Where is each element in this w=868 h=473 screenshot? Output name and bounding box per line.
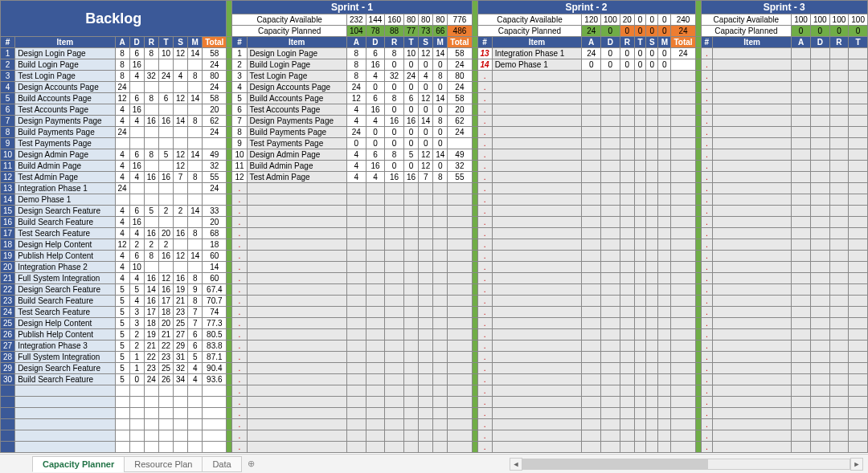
empty-dot[interactable]: . — [477, 104, 492, 116]
row-index[interactable]: 4 — [1, 82, 15, 93]
cell[interactable]: 4 — [115, 251, 129, 262]
empty-dot[interactable]: . — [477, 385, 492, 397]
row-total[interactable]: 87.1 — [203, 352, 227, 363]
cap-value[interactable]: 100 — [810, 14, 829, 26]
backlog-item[interactable]: Design Help Content — [15, 318, 115, 329]
empty-dot[interactable]: . — [232, 296, 247, 307]
backlog-item[interactable]: Test Admin Page — [15, 172, 115, 183]
empty-dot[interactable]: . — [477, 352, 492, 363]
cell[interactable]: 8 — [346, 71, 366, 82]
cell[interactable]: 27 — [174, 329, 188, 340]
empty-dot[interactable]: . — [477, 217, 492, 228]
cell[interactable]: 5 — [115, 374, 129, 385]
row-total[interactable]: 20 — [203, 104, 227, 116]
cell[interactable]: 7 — [419, 172, 433, 183]
cap-value[interactable]: 20 — [620, 14, 634, 26]
cell[interactable]: 24 — [582, 48, 601, 59]
cell[interactable]: 22 — [144, 352, 158, 363]
hdr-a[interactable]: A — [792, 37, 811, 48]
empty-dot[interactable]: . — [701, 82, 712, 93]
s1-total[interactable]: 58 — [448, 93, 472, 104]
empty-dot[interactable]: . — [477, 228, 492, 239]
cell[interactable]: 21 — [174, 296, 188, 307]
empty-dot[interactable]: . — [477, 93, 492, 104]
cell[interactable]: 0 — [419, 104, 433, 116]
hdr-s[interactable]: S — [419, 37, 433, 48]
cell[interactable]: 32 — [385, 71, 404, 82]
cell[interactable]: 10 — [158, 48, 173, 59]
row-index[interactable]: 9 — [1, 138, 15, 149]
tab-capacity-planner[interactable]: Capacity Planner — [32, 456, 125, 472]
row-total[interactable]: 93.6 — [203, 374, 227, 385]
hdr-total[interactable]: Total — [203, 37, 227, 48]
hdr-t[interactable]: T — [849, 37, 868, 48]
cell[interactable]: 12 — [419, 93, 433, 104]
cell[interactable]: 4 — [115, 206, 129, 217]
cell[interactable]: 5 — [115, 296, 129, 307]
hdr-item[interactable]: Item — [713, 37, 792, 48]
cell[interactable]: 4 — [115, 172, 129, 183]
backlog-item[interactable]: Build Admin Page — [15, 161, 115, 172]
backlog-item[interactable]: Integration Phase 1 — [15, 183, 115, 194]
cell[interactable]: 18 — [144, 318, 158, 329]
backlog-item[interactable]: Publish Help Content — [15, 251, 115, 262]
empty-dot[interactable]: . — [701, 228, 712, 239]
cell[interactable]: 7 — [188, 307, 203, 318]
cell[interactable]: 4 — [366, 172, 385, 183]
row-index[interactable]: 17 — [1, 228, 15, 239]
hdr-item[interactable]: Item — [15, 37, 115, 48]
cell[interactable]: 8 — [188, 71, 203, 82]
cap-value[interactable]: 240 — [671, 14, 695, 26]
cell[interactable]: 3 — [129, 307, 144, 318]
cell[interactable]: 2 — [158, 239, 173, 251]
row-index[interactable]: 19 — [1, 251, 15, 262]
s1-index[interactable]: 3 — [232, 71, 247, 82]
empty-dot[interactable]: . — [477, 116, 492, 127]
cell[interactable]: 5 — [158, 149, 173, 161]
cap-value[interactable]: 88 — [385, 26, 404, 37]
cell[interactable] — [174, 183, 188, 194]
backlog-item[interactable]: Full System Integration — [15, 273, 115, 284]
cap-value[interactable]: 80 — [433, 14, 448, 26]
empty-dot[interactable]: . — [701, 194, 712, 206]
cell[interactable]: 16 — [144, 116, 158, 127]
backlog-item[interactable]: Design Help Content — [15, 239, 115, 251]
empty-dot[interactable]: . — [701, 296, 712, 307]
cell[interactable]: 12 — [419, 149, 433, 161]
scroll-track[interactable] — [522, 459, 850, 470]
cell[interactable]: 32 — [144, 71, 158, 82]
backlog-item[interactable]: Design Search Feature — [15, 206, 115, 217]
s1-item[interactable]: Build Payments Page — [247, 127, 346, 138]
cell[interactable]: 8 — [188, 296, 203, 307]
row-total[interactable]: 24 — [203, 82, 227, 93]
empty-dot[interactable]: . — [701, 430, 712, 442]
backlog-item[interactable]: Publish Help Content — [15, 329, 115, 340]
cap-value[interactable]: 80 — [419, 14, 433, 26]
hdr-r[interactable]: R — [620, 37, 634, 48]
cell[interactable]: 32 — [174, 363, 188, 374]
row-total[interactable]: 32 — [203, 161, 227, 172]
cell[interactable]: 14 — [188, 149, 203, 161]
backlog-item[interactable]: Design Search Feature — [15, 363, 115, 374]
cell[interactable]: 4 — [419, 71, 433, 82]
cell[interactable] — [144, 82, 158, 93]
backlog-item[interactable]: Demo Phase 1 — [15, 194, 115, 206]
cell[interactable]: 23 — [158, 352, 173, 363]
cell[interactable]: 2 — [129, 239, 144, 251]
cell[interactable] — [174, 239, 188, 251]
cell[interactable]: 4 — [115, 228, 129, 239]
cell[interactable]: 0 — [419, 138, 433, 149]
cell[interactable]: 4 — [129, 228, 144, 239]
empty-dot[interactable]: . — [701, 217, 712, 228]
empty-dot[interactable]: . — [232, 206, 247, 217]
cell[interactable]: 0 — [620, 48, 634, 59]
cell[interactable]: 12 — [115, 239, 129, 251]
cell[interactable] — [188, 217, 203, 228]
s1-total[interactable]: 62 — [448, 116, 472, 127]
s1-index[interactable]: 6 — [232, 104, 247, 116]
s1-index[interactable]: 9 — [232, 138, 247, 149]
empty-dot[interactable]: . — [232, 430, 247, 442]
hdr-a[interactable]: A — [346, 37, 366, 48]
cell[interactable]: 6 — [366, 93, 385, 104]
cell[interactable]: 5 — [403, 149, 418, 161]
